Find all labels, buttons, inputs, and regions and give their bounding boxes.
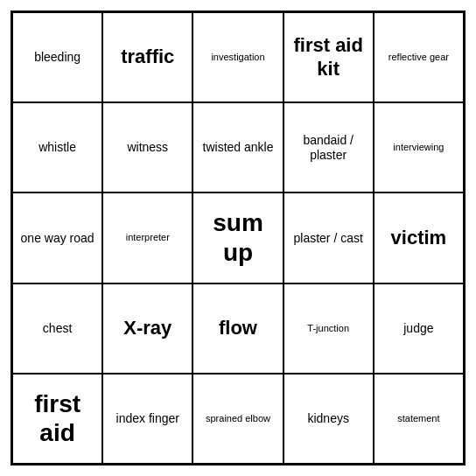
bingo-cell-2: investigation (192, 12, 283, 102)
bingo-cell-0: bleeding (12, 12, 102, 102)
bingo-cell-20: first aid (12, 374, 102, 464)
cell-text-12: sum up (197, 208, 278, 267)
cell-text-10: one way road (17, 231, 98, 246)
bingo-cell-13: plaster / cast (284, 192, 374, 283)
cell-text-15: chest (17, 321, 98, 336)
cell-text-4: reflective gear (378, 52, 459, 63)
bingo-cell-7: twisted ankle (192, 102, 283, 192)
cell-text-8: bandaid / plaster (288, 133, 369, 163)
bingo-cell-15: chest (12, 284, 102, 374)
cell-text-19: judge (378, 321, 459, 336)
bingo-cell-4: reflective gear (374, 12, 464, 102)
bingo-cell-23: kidneys (284, 374, 374, 464)
cell-text-1: traffic (107, 46, 188, 68)
bingo-cell-10: one way road (12, 192, 102, 283)
cell-text-9: interviewing (378, 142, 459, 153)
bingo-cell-16: X-ray (102, 284, 192, 374)
bingo-cell-24: statement (374, 374, 464, 464)
bingo-cell-18: T-junction (284, 284, 374, 374)
bingo-cell-11: interpreter (102, 192, 192, 283)
cell-text-6: witness (107, 140, 188, 155)
bingo-cell-17: flow (192, 284, 283, 374)
cell-text-14: victim (378, 227, 459, 249)
bingo-cell-3: first aid kit (284, 12, 374, 102)
cell-text-21: index finger (107, 411, 188, 426)
cell-text-22: sprained elbow (197, 413, 278, 424)
bingo-cell-9: interviewing (374, 102, 464, 192)
cell-text-24: statement (378, 413, 459, 424)
bingo-cell-5: whistle (12, 102, 102, 192)
cell-text-13: plaster / cast (288, 231, 369, 246)
bingo-cell-1: traffic (102, 12, 192, 102)
bingo-cell-22: sprained elbow (192, 374, 283, 464)
cell-text-20: first aid (17, 389, 98, 448)
bingo-cell-12: sum up (192, 192, 283, 283)
cell-text-3: first aid kit (288, 34, 369, 80)
bingo-cell-8: bandaid / plaster (284, 102, 374, 192)
cell-text-18: T-junction (288, 323, 369, 334)
cell-text-11: interpreter (107, 232, 188, 243)
cell-text-23: kidneys (288, 411, 369, 426)
bingo-cell-6: witness (102, 102, 192, 192)
bingo-board: bleedingtrafficinvestigationfirst aid ki… (10, 10, 466, 466)
cell-text-16: X-ray (107, 317, 188, 340)
cell-text-0: bleeding (17, 50, 98, 65)
cell-text-5: whistle (17, 140, 98, 155)
bingo-cell-14: victim (374, 192, 464, 283)
cell-text-17: flow (197, 317, 278, 340)
cell-text-2: investigation (197, 52, 278, 63)
cell-text-7: twisted ankle (197, 140, 278, 155)
bingo-cell-21: index finger (102, 374, 192, 464)
bingo-cell-19: judge (374, 284, 464, 374)
